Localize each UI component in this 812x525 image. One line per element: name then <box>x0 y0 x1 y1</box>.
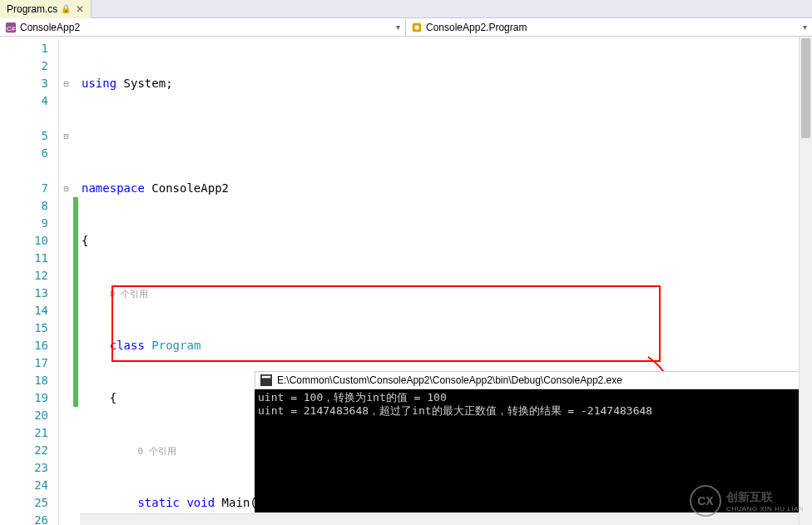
lock-icon: 🔒 <box>61 4 71 13</box>
nav-left-text: ConsoleApp2 <box>20 22 80 33</box>
console-output: uint = 100，转换为int的值 = 100 uint = 2147483… <box>255 389 812 419</box>
svg-rect-5 <box>262 376 271 379</box>
watermark-logo: CX <box>690 485 721 517</box>
codelens-references[interactable]: 0 个引用 <box>110 289 148 300</box>
line-number-gutter: 1 2 3 4 5 6 7 8 9 10 11 12 13 14 15 16 1… <box>0 37 58 525</box>
codelens-references[interactable]: 0 个引用 <box>137 446 176 457</box>
nav-scope-left[interactable]: C# ConsoleApp2 ▾ <box>0 18 406 36</box>
csharp-file-icon: C# <box>5 22 17 33</box>
exe-icon <box>260 374 272 386</box>
svg-text:C#: C# <box>7 24 16 32</box>
close-icon[interactable]: ✕ <box>76 3 84 15</box>
nav-right-text: ConsoleApp2.Program <box>426 22 527 33</box>
method-icon <box>411 22 423 33</box>
file-tab[interactable]: Program.cs 🔒 ✕ <box>0 0 92 18</box>
tab-bar: Program.cs 🔒 ✕ <box>0 0 812 18</box>
chevron-down-icon: ▾ <box>803 22 807 32</box>
svg-point-3 <box>414 25 418 29</box>
console-title-text: E:\Common\Custom\ConsoleApp2\ConsoleApp2… <box>277 374 622 386</box>
nav-scope-right[interactable]: ConsoleApp2.Program ▾ <box>406 18 812 36</box>
tab-filename: Program.cs <box>7 3 57 15</box>
console-titlebar[interactable]: E:\Common\Custom\ConsoleApp2\ConsoleApp2… <box>255 371 812 389</box>
fold-column: ⊟⊟⊟ <box>58 37 73 525</box>
chevron-down-icon: ▾ <box>396 22 400 32</box>
scrollbar-thumb[interactable] <box>801 38 810 138</box>
vertical-scrollbar[interactable] <box>799 37 812 525</box>
nav-bar: C# ConsoleApp2 ▾ ConsoleApp2.Program ▾ <box>0 18 812 37</box>
watermark: CX 创新互联 CHUANG XIN HU LIAN <box>690 485 804 517</box>
